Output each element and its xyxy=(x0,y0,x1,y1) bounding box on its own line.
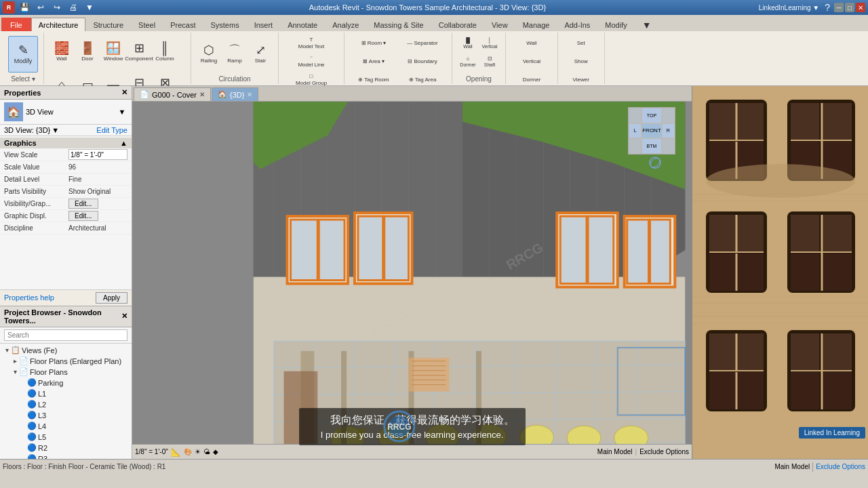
tab-architecture[interactable]: Architecture xyxy=(31,18,86,31)
tab-modify[interactable]: Modify xyxy=(597,18,634,31)
graphic-disp-btn[interactable]: Edit... xyxy=(68,211,98,221)
tab-file[interactable]: File xyxy=(1,18,31,31)
nav-left[interactable]: L xyxy=(629,123,642,139)
view-scale-input[interactable] xyxy=(68,149,127,160)
datum-wall-btn[interactable]: Wall xyxy=(511,34,552,52)
apply-btn[interactable]: Apply xyxy=(96,292,127,304)
opening-dormer-btn[interactable]: ⌂Dormer xyxy=(458,52,478,70)
tab-precast[interactable]: Precast xyxy=(163,18,203,31)
show-btn[interactable]: Show xyxy=(564,52,598,70)
tab-collaborate[interactable]: Collaborate xyxy=(431,18,484,31)
render-btn[interactable]: ◆ xyxy=(213,448,218,455)
tree-views-root[interactable]: ▾ 📋 Views (Fe) xyxy=(0,345,132,356)
tab-manage[interactable]: Manage xyxy=(515,18,557,31)
tree-l5[interactable]: 🔵 L5 xyxy=(0,432,132,443)
nav-bottom-left[interactable] xyxy=(629,138,642,154)
component-btn[interactable]: ⊞ Component xyxy=(127,34,151,69)
search-input[interactable] xyxy=(4,329,127,341)
help-icon[interactable]: ? xyxy=(825,2,830,13)
ramp-btn[interactable]: ⌒ Ramp xyxy=(222,37,247,72)
tab-systems[interactable]: Systems xyxy=(203,18,246,31)
view-dropdown-icon[interactable]: ▼ xyxy=(52,126,59,134)
room-btn[interactable]: ⊞ Room ▾ xyxy=(350,34,397,52)
nav-bottom[interactable]: BTM xyxy=(642,138,662,154)
railing-btn[interactable]: ⬡ Railing xyxy=(197,37,221,72)
nav-cube-box[interactable]: TOP L FRONT R BTM xyxy=(628,107,675,155)
tab-3d[interactable]: 🏠 {3D} ✕ xyxy=(212,87,258,101)
nav-cube[interactable]: TOP L FRONT R BTM xyxy=(628,107,682,161)
datum-vertical-btn[interactable]: Vertical xyxy=(511,52,552,70)
view-canvas[interactable]: RRCG RRCG TOP L FRONT R BTM xyxy=(132,102,692,459)
type-selector[interactable]: 🏠 3D View ▼ xyxy=(0,100,132,125)
tree-r2[interactable]: 🔵 R2 xyxy=(0,443,132,453)
door-btn[interactable]: 🚪 Door xyxy=(75,34,100,69)
minimize-btn[interactable]: ─ xyxy=(834,3,844,12)
shadow-btn[interactable]: 🌤 xyxy=(203,448,210,455)
settings-btn[interactable]: ▼ xyxy=(83,1,96,14)
window-btn[interactable]: 🪟 Window xyxy=(101,34,125,69)
type-dropdown-btn[interactable]: ▼ xyxy=(117,106,127,117)
tab-options[interactable]: ▼ xyxy=(635,18,659,31)
tab-view[interactable]: View xyxy=(484,18,515,31)
set-btn[interactable]: Set xyxy=(564,34,598,52)
stair-btn[interactable]: ⤢ Stair xyxy=(248,37,273,72)
edit-type-btn[interactable]: Edit Type xyxy=(96,126,127,134)
tab-annotate[interactable]: Annotate xyxy=(280,18,325,31)
model-line-btn[interactable]: ⁻ Model Line xyxy=(284,52,338,70)
floor-plans-enlarged-toggle[interactable]: ▸ xyxy=(11,357,19,365)
model-text-btn[interactable]: T Model Text xyxy=(284,34,338,52)
g000-tab-close[interactable]: ✕ xyxy=(199,91,205,98)
tab-g000[interactable]: 📄 G000 - Cover ✕ xyxy=(134,87,211,101)
visual-style-btn[interactable]: 🎨 xyxy=(184,448,192,455)
redo-btn[interactable]: ↪ xyxy=(50,1,64,14)
opening-wall-btn[interactable]: █Wall xyxy=(458,34,478,52)
tab-steel[interactable]: Steel xyxy=(131,18,163,31)
tree-l4[interactable]: 🔵 L4 xyxy=(0,421,132,432)
wall-btn[interactable]: 🧱 Wall xyxy=(50,34,74,69)
nav-top-left[interactable] xyxy=(629,108,642,123)
detail-btn[interactable]: 📐 xyxy=(171,447,181,457)
tree-l1[interactable]: 🔵 L1 xyxy=(0,388,132,399)
status-exclude-options[interactable]: Exclude Options xyxy=(816,463,865,470)
section-expand-icon[interactable]: ▲ xyxy=(120,139,127,147)
tree-floor-plans[interactable]: ▾ 📄 Floor Plans xyxy=(0,367,132,378)
tab-structure[interactable]: Structure xyxy=(85,18,131,31)
tab-addins[interactable]: Add-Ins xyxy=(557,18,597,31)
undo-btn[interactable]: ↩ xyxy=(34,1,47,14)
nav-top-right[interactable] xyxy=(662,108,675,123)
tab-massing[interactable]: Massing & Site xyxy=(366,18,431,31)
area-boundary-btn[interactable]: ⊟ Boundary xyxy=(399,52,446,70)
nav-right[interactable]: R xyxy=(662,123,675,139)
save-btn[interactable]: 💾 xyxy=(18,1,31,14)
3d-tab-close[interactable]: ✕ xyxy=(247,91,252,98)
orbit-icon[interactable] xyxy=(648,156,662,169)
vis-grap-btn[interactable]: Edit... xyxy=(68,199,98,209)
modify-btn[interactable]: ✎ Modify xyxy=(8,36,38,73)
opening-vert-btn[interactable]: │Vertical xyxy=(479,34,500,52)
column-btn[interactable]: ║ Column xyxy=(153,34,177,69)
tree-floor-plans-enlarged[interactable]: ▸ 📄 Floor Plans (Enlarged Plan) xyxy=(0,356,132,367)
maximize-btn[interactable]: □ xyxy=(845,3,854,12)
props-close-icon[interactable]: ✕ xyxy=(121,88,127,97)
tree-l3[interactable]: 🔵 L3 xyxy=(0,410,132,421)
properties-help-link[interactable]: Properties help xyxy=(4,293,54,302)
pb-close-icon[interactable]: ✕ xyxy=(121,312,127,321)
room-sep-btn[interactable]: ― Separator xyxy=(399,34,446,52)
tree-parking[interactable]: 🔵 Parking xyxy=(0,378,132,388)
sun-btn[interactable]: ☀ xyxy=(195,448,201,455)
area-btn[interactable]: ⊠ Area ▾ xyxy=(350,52,397,70)
scale-btn[interactable]: 1/8" = 1'-0" xyxy=(135,448,168,455)
shaft-btn[interactable]: ⊡Shaft xyxy=(479,52,500,70)
nav-bottom-right[interactable] xyxy=(662,138,675,154)
tree-l2[interactable]: 🔵 L2 xyxy=(0,399,132,410)
print-btn[interactable]: 🖨 xyxy=(66,1,80,14)
nav-top[interactable]: TOP xyxy=(642,108,662,123)
close-btn[interactable]: ✕ xyxy=(856,3,865,12)
view-selector[interactable]: 3D View: {3D} ▼ xyxy=(4,126,59,134)
floor-plans-toggle[interactable]: ▾ xyxy=(11,368,19,375)
nav-front[interactable]: FRONT xyxy=(642,123,662,139)
exclude-options-btn[interactable]: Exclude Options xyxy=(639,448,689,455)
views-toggle[interactable]: ▾ xyxy=(3,346,11,354)
tab-insert[interactable]: Insert xyxy=(247,18,281,31)
tab-analyze[interactable]: Analyze xyxy=(325,18,366,31)
